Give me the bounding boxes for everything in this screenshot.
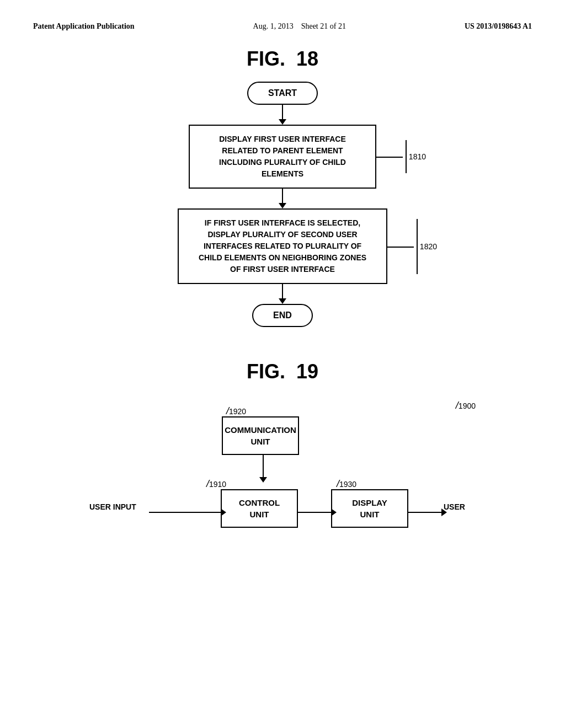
- arrow-step2-to-end: [279, 284, 286, 304]
- control-unit-box: CONTROL UNIT: [221, 489, 298, 528]
- step1-ref-label: 1810: [409, 152, 426, 161]
- flowchart-18: START DISPLAY FIRST USER INTERFACE RELAT…: [33, 82, 532, 327]
- ref-1900: /1900: [456, 400, 476, 411]
- step1-ref-container: 1810: [406, 140, 426, 173]
- fig19-diagram: /1900 /1920 COMMUNICATION UNIT /1910 /19…: [84, 394, 481, 560]
- ref-1920: /1920: [226, 405, 246, 417]
- ref-1930: /1930: [337, 478, 356, 490]
- step1-ref-line: [406, 140, 407, 173]
- step2-box: IF FIRST USER INTERFACE IS SELECTED, DIS…: [178, 208, 387, 284]
- fig18-title: FIG. 18: [33, 47, 532, 71]
- header-publication-label: Patent Application Publication: [33, 22, 135, 31]
- start-node: START: [247, 82, 318, 105]
- page-header: Patent Application Publication Aug. 1, 2…: [33, 22, 532, 31]
- fig19-title: FIG. 19: [33, 360, 532, 383]
- step2-ref-hline: [387, 247, 414, 248]
- header-date-sheet: Aug. 1, 2013 Sheet 21 of 21: [253, 22, 346, 31]
- step2-ref-line: [417, 219, 418, 274]
- arrow-control-to-display: [298, 508, 337, 516]
- step1-ref-hline: [376, 157, 403, 158]
- display-unit-box: DISPLAY UNIT: [331, 489, 408, 528]
- ref-1910: /1910: [206, 478, 226, 490]
- step2-ref-label: 1820: [420, 242, 437, 251]
- end-node: END: [252, 304, 313, 327]
- step2-ref-container: 1820: [417, 219, 437, 274]
- arrow-comm-to-control: [259, 455, 267, 483]
- arrow-start-to-step1: [279, 105, 286, 125]
- arrow-display-to-user: [408, 508, 447, 516]
- page: Patent Application Publication Aug. 1, 2…: [0, 0, 565, 728]
- header-patent-number: US 2013/0198643 A1: [465, 22, 532, 31]
- user-label: USER: [444, 502, 465, 511]
- comm-unit-box: COMMUNICATION UNIT: [222, 416, 299, 455]
- arrow-step1-to-step2: [279, 189, 286, 208]
- arrow-userinput-to-control: [149, 508, 226, 516]
- user-input-label: USER INPUT: [89, 502, 136, 511]
- step1-box: DISPLAY FIRST USER INTERFACE RELATED TO …: [189, 125, 376, 189]
